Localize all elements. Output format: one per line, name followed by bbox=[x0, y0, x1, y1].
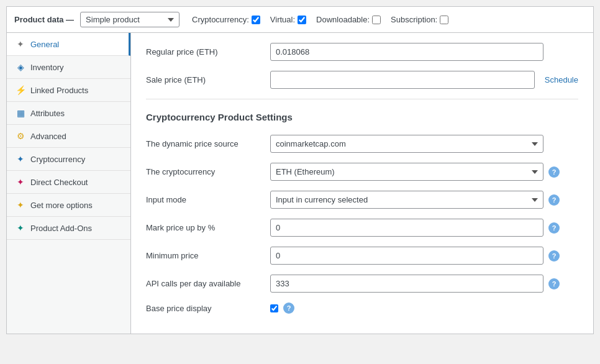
api-calls-help-icon[interactable]: ? bbox=[548, 278, 560, 289]
sidebar-item-direct-checkout[interactable]: ✦ Direct Checkout bbox=[7, 171, 130, 194]
regular-price-row: Regular price (ETH) bbox=[146, 43, 578, 61]
base-price-display-field: ? bbox=[270, 303, 578, 314]
downloadable-checkbox[interactable] bbox=[372, 16, 381, 24]
checkboxes-group: Cryptocurrency: Virtual: Downloadable: S… bbox=[192, 15, 448, 24]
virtual-checkbox-label[interactable]: Virtual: bbox=[270, 15, 306, 24]
sidebar-item-get-more-options[interactable]: ✦ Get more options bbox=[7, 194, 130, 217]
api-calls-field: ? bbox=[270, 275, 578, 293]
linked-products-icon: ⚡ bbox=[16, 85, 25, 95]
cryptocurrency-label-text: Cryptocurrency: bbox=[192, 15, 249, 24]
mark-price-row: Mark price up by % ? bbox=[146, 219, 578, 237]
cryptocurrency-select[interactable]: ETH (Ethereum) BTC (Bitcoin) USDT (Tethe… bbox=[270, 163, 543, 181]
mark-price-input[interactable] bbox=[270, 219, 543, 237]
sidebar-item-inventory[interactable]: ◈ Inventory bbox=[7, 56, 130, 79]
minimum-price-label: Minimum price bbox=[146, 251, 270, 260]
base-price-display-checkbox[interactable] bbox=[270, 304, 278, 312]
api-calls-input[interactable] bbox=[270, 275, 543, 293]
main-content: Regular price (ETH) Sale price (ETH) Sch… bbox=[131, 33, 593, 334]
section-divider bbox=[146, 99, 578, 99]
sidebar-label-product-add-ons: Product Add-Ons bbox=[30, 224, 92, 233]
cryptocurrency-help-icon[interactable]: ? bbox=[548, 166, 560, 178]
sale-price-label: Sale price (ETH) bbox=[146, 75, 270, 84]
base-price-display-label: Base price display bbox=[146, 304, 270, 313]
mark-price-help-icon[interactable]: ? bbox=[548, 222, 560, 234]
sidebar-item-linked-products[interactable]: ⚡ Linked Products bbox=[7, 79, 130, 102]
base-price-display-help-icon[interactable]: ? bbox=[283, 303, 294, 314]
product-data-header: Product data — Simple product Variable p… bbox=[7, 7, 593, 33]
cryptocurrency-icon: ✦ bbox=[16, 154, 25, 164]
product-type-wrapper: Simple product Variable product Grouped … bbox=[80, 12, 180, 27]
product-type-select[interactable]: Simple product Variable product Grouped … bbox=[80, 12, 180, 27]
api-calls-label: API calls per day available bbox=[146, 279, 270, 288]
input-mode-label: Input mode bbox=[146, 195, 270, 204]
crypto-settings-title: Cryptocurrency Product Settings bbox=[146, 112, 578, 122]
cryptocurrency-checkbox-label[interactable]: Cryptocurrency: bbox=[192, 15, 260, 24]
input-mode-select-wrapper: Input in currency selected Input in stor… bbox=[270, 191, 543, 209]
input-mode-row: Input mode Input in currency selected In… bbox=[146, 191, 578, 209]
sidebar: ✦ General ◈ Inventory ⚡ Linked Products … bbox=[7, 33, 131, 334]
minimum-price-help-icon[interactable]: ? bbox=[548, 250, 560, 262]
dynamic-price-source-field: coinmarketcap.com coingecko.com manual bbox=[270, 135, 578, 153]
sidebar-label-inventory: Inventory bbox=[30, 63, 63, 72]
regular-price-field bbox=[270, 43, 578, 61]
cryptocurrency-field-label: The cryptocurrency bbox=[146, 167, 270, 176]
subscription-checkbox-label[interactable]: Subscription: bbox=[391, 15, 448, 24]
minimum-price-field: ? bbox=[270, 247, 578, 265]
api-calls-row: API calls per day available ? bbox=[146, 275, 578, 293]
sidebar-label-direct-checkout: Direct Checkout bbox=[30, 178, 88, 187]
sale-price-input[interactable] bbox=[270, 71, 535, 89]
minimum-price-row: Minimum price ? bbox=[146, 247, 578, 265]
dynamic-price-source-wrapper: coinmarketcap.com coingecko.com manual bbox=[270, 135, 543, 153]
sale-price-field: Schedule bbox=[270, 71, 578, 89]
sale-price-row: Sale price (ETH) Schedule bbox=[146, 71, 578, 89]
inventory-icon: ◈ bbox=[16, 62, 25, 72]
cryptocurrency-checkbox[interactable] bbox=[252, 16, 260, 24]
downloadable-label-text: Downloadable: bbox=[316, 15, 370, 24]
product-data-panel: Product data — Simple product Variable p… bbox=[6, 6, 594, 334]
product-data-body: ✦ General ◈ Inventory ⚡ Linked Products … bbox=[7, 33, 593, 334]
cryptocurrency-field: ETH (Ethereum) BTC (Bitcoin) USDT (Tethe… bbox=[270, 163, 578, 181]
input-mode-select[interactable]: Input in currency selected Input in stor… bbox=[270, 191, 543, 209]
regular-price-label: Regular price (ETH) bbox=[146, 47, 270, 57]
virtual-label-text: Virtual: bbox=[270, 15, 295, 24]
subscription-checkbox[interactable] bbox=[440, 16, 448, 24]
base-price-display-row: Base price display ? bbox=[146, 303, 578, 314]
schedule-link[interactable]: Schedule bbox=[545, 75, 578, 84]
advanced-icon: ⚙ bbox=[16, 131, 25, 141]
sidebar-item-general[interactable]: ✦ General bbox=[7, 33, 130, 56]
attributes-icon: ▦ bbox=[16, 108, 25, 118]
dynamic-price-source-select[interactable]: coinmarketcap.com coingecko.com manual bbox=[270, 135, 543, 153]
product-data-label: Product data — bbox=[14, 15, 74, 24]
sidebar-item-advanced[interactable]: ⚙ Advanced bbox=[7, 125, 130, 148]
sidebar-item-cryptocurrency[interactable]: ✦ Cryptocurrency bbox=[7, 148, 130, 171]
cryptocurrency-select-wrapper: ETH (Ethereum) BTC (Bitcoin) USDT (Tethe… bbox=[270, 163, 543, 181]
sidebar-label-advanced: Advanced bbox=[30, 132, 66, 141]
sidebar-label-attributes: Attributes bbox=[30, 109, 65, 118]
sidebar-label-general: General bbox=[30, 40, 59, 49]
mark-price-field: ? bbox=[270, 219, 578, 237]
dynamic-price-source-label: The dynamic price source bbox=[146, 139, 270, 148]
input-mode-help-icon[interactable]: ? bbox=[548, 194, 560, 206]
direct-checkout-icon: ✦ bbox=[16, 177, 25, 187]
sidebar-item-attributes[interactable]: ▦ Attributes bbox=[7, 102, 130, 125]
sidebar-item-product-add-ons[interactable]: ✦ Product Add-Ons bbox=[7, 217, 130, 240]
sidebar-label-cryptocurrency: Cryptocurrency bbox=[30, 155, 85, 164]
product-add-ons-icon: ✦ bbox=[16, 223, 25, 233]
mark-price-label: Mark price up by % bbox=[146, 223, 270, 232]
general-icon: ✦ bbox=[16, 39, 25, 49]
sidebar-label-get-more-options: Get more options bbox=[30, 201, 93, 210]
regular-price-input[interactable] bbox=[270, 43, 543, 61]
input-mode-field: Input in currency selected Input in stor… bbox=[270, 191, 578, 209]
minimum-price-input[interactable] bbox=[270, 247, 543, 265]
virtual-checkbox[interactable] bbox=[298, 16, 306, 24]
dynamic-price-source-row: The dynamic price source coinmarketcap.c… bbox=[146, 135, 578, 153]
cryptocurrency-row: The cryptocurrency ETH (Ethereum) BTC (B… bbox=[146, 163, 578, 181]
subscription-label-text: Subscription: bbox=[391, 15, 437, 24]
downloadable-checkbox-label[interactable]: Downloadable: bbox=[316, 15, 381, 24]
sidebar-label-linked-products: Linked Products bbox=[30, 86, 88, 95]
get-more-options-icon: ✦ bbox=[16, 200, 25, 210]
